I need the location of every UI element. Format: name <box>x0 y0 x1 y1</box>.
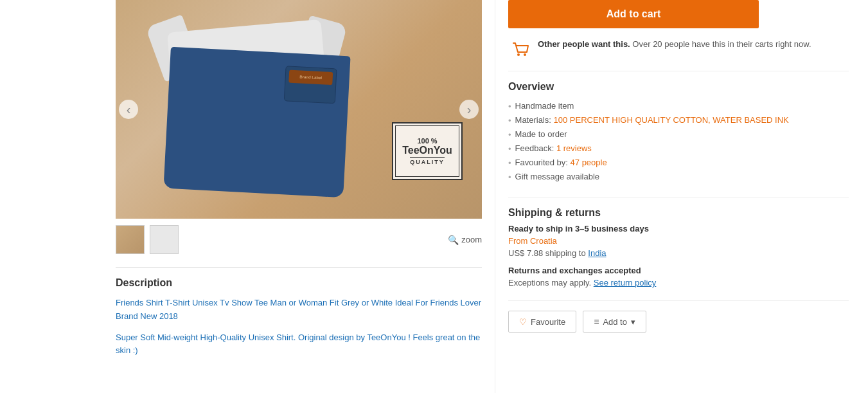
overview-section: Overview • Handmade item • Materials: 10… <box>508 81 849 184</box>
shipping-title: Shipping & returns <box>508 207 849 219</box>
list-item: • Handmade item <box>508 99 849 113</box>
zoom-icon: 🔍 <box>448 235 459 245</box>
reviews-link[interactable]: 1 reviews <box>556 143 592 153</box>
social-proof-block: Other people want this. Over 20 people h… <box>508 38 849 71</box>
social-proof-rest: Over 20 people have this in their carts … <box>630 39 811 49</box>
jeans-illustration: Brand Label <box>163 47 350 197</box>
bullet-icon: • <box>508 130 511 140</box>
overview-item-2: Materials: 100 PERCENT HIGH QUALITY COTT… <box>515 115 789 125</box>
zoom-label: zoom <box>461 235 482 244</box>
list-item: • Feedback: 1 reviews <box>508 142 849 156</box>
bullet-icon: • <box>508 102 511 111</box>
list-item: • Materials: 100 PERCENT HIGH QUALITY CO… <box>508 113 849 127</box>
shipping-section: Shipping & returns Ready to ship in 3–5 … <box>508 197 849 288</box>
favourited-link[interactable]: 47 people <box>571 158 607 167</box>
bullet-icon: • <box>508 116 511 125</box>
bullet-icon: • <box>508 172 511 182</box>
description-body: Super Soft Mid-weight High-Quality Unise… <box>116 331 482 358</box>
thumbnail-2[interactable] <box>150 225 179 254</box>
thumbnail-1[interactable] <box>116 225 145 254</box>
social-proof-bold: Other people want this. <box>538 39 630 49</box>
shipping-from: From Croatia <box>508 236 849 246</box>
add-to-list-button[interactable]: ≡ Add to ▾ <box>583 311 646 333</box>
description-section: Description Friends Shirt T-Shirt Unisex… <box>116 267 482 358</box>
description-title: Description <box>116 277 482 289</box>
add-to-cart-button[interactable]: Add to cart <box>508 0 759 28</box>
product-details-section: Add to cart Other people want this. Over… <box>495 0 868 393</box>
add-to-label: Add to <box>603 317 627 327</box>
list-item: • Gift message available <box>508 170 849 184</box>
social-proof-text: Other people want this. Over 20 people h… <box>538 38 811 51</box>
returns-title: Returns and exchanges accepted <box>508 266 849 275</box>
returns-exceptions: Exceptions may apply. <box>508 278 591 288</box>
thumbnail-area: 🔍 zoom <box>116 225 482 254</box>
overview-item-1: Handmade item <box>515 101 574 111</box>
zoom-link[interactable]: 🔍 zoom <box>448 235 482 245</box>
shipping-ready: Ready to ship in 3–5 business days <box>508 224 849 233</box>
materials-link[interactable]: 100 PERCENT HIGH QUALITY COTTON, WATER B… <box>554 115 789 125</box>
svg-point-0 <box>517 53 520 56</box>
bullet-icon: • <box>508 158 511 168</box>
stamp-brand: TeeOnYou <box>402 145 452 156</box>
product-main-image: Brand Label 100 % TeeOnYou QUALITY ‹ › <box>116 0 482 219</box>
stamp-percent: 100 % <box>417 137 437 145</box>
overview-title: Overview <box>508 81 849 93</box>
overview-list: • Handmade item • Materials: 100 PERCENT… <box>508 99 849 184</box>
list-item: • Made to order <box>508 127 849 142</box>
shipping-cost-text: US$ 7.88 shipping to <box>508 248 586 258</box>
next-image-button[interactable]: › <box>459 100 479 119</box>
list-item: • Favourited by: 47 people <box>508 156 849 170</box>
returns-text: Exceptions may apply. See return policy <box>508 278 849 288</box>
overview-item-6: Gift message available <box>515 172 600 181</box>
favourite-label: Favourite <box>531 317 565 327</box>
stamp-quality: QUALITY <box>410 157 445 165</box>
shipping-cost: US$ 7.88 shipping to India <box>508 248 849 258</box>
heart-icon: ♡ <box>519 317 527 327</box>
description-product-link[interactable]: Friends Shirt T-Shirt Unisex Tv Show Tee… <box>116 297 482 324</box>
favourite-button[interactable]: ♡ Favourite <box>508 311 576 333</box>
shipping-destination-link[interactable]: India <box>588 248 606 258</box>
quality-stamp: 100 % TeeOnYou QUALITY <box>392 122 463 180</box>
return-policy-link[interactable]: See return policy <box>594 278 657 288</box>
overview-item-4: Feedback: 1 reviews <box>515 143 592 153</box>
bottom-actions: ♡ Favourite ≡ Add to ▾ <box>508 300 849 333</box>
cart-icon <box>508 38 531 61</box>
svg-point-1 <box>524 53 526 56</box>
list-icon: ≡ <box>594 316 599 327</box>
dropdown-chevron-icon: ▾ <box>631 317 635 327</box>
bullet-icon: • <box>508 144 511 154</box>
overview-item-5: Favourited by: 47 people <box>515 158 607 167</box>
prev-image-button[interactable]: ‹ <box>119 100 138 119</box>
overview-item-3: Made to order <box>515 129 567 139</box>
